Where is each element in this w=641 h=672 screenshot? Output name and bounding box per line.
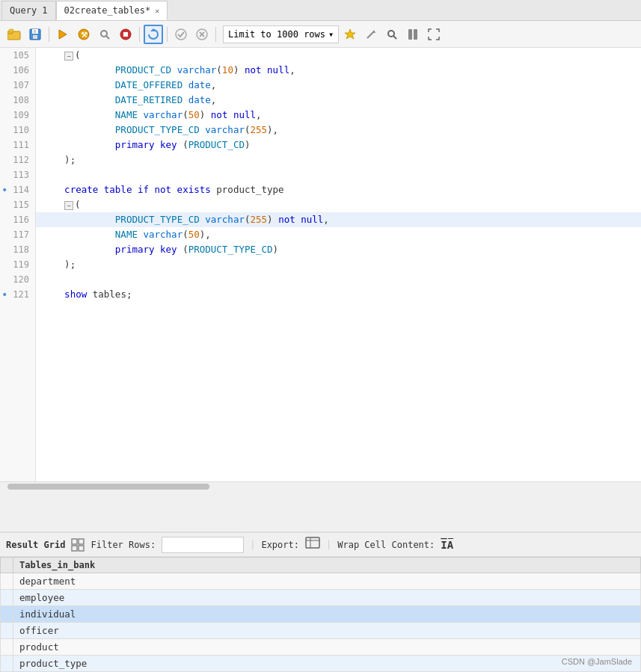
column-header-tables[interactable]: Tables_in_bank xyxy=(13,558,641,573)
wand-btn[interactable] xyxy=(361,25,381,44)
code-line-114: create table if not exists product_type xyxy=(36,182,641,197)
svg-text:⚒: ⚒ xyxy=(81,31,88,39)
code-line-113 xyxy=(36,167,641,182)
result-table: Tables_in_bank department employee indiv… xyxy=(0,557,641,672)
row-indicator-header xyxy=(1,558,13,573)
svg-rect-28 xyxy=(72,546,77,551)
result-grid-tab-label[interactable]: Result Grid xyxy=(6,540,65,550)
toolbar-sep3 xyxy=(167,27,168,42)
table-row[interactable]: product xyxy=(1,639,641,656)
toolbar-sep2 xyxy=(139,27,140,42)
svg-rect-25 xyxy=(414,29,417,40)
code-line-119: ); xyxy=(36,257,641,272)
row-value-department[interactable]: department xyxy=(13,573,641,590)
tab-create-tables[interactable]: 02create_tables* ✕ xyxy=(56,1,168,20)
toolbar-sep4 xyxy=(215,27,216,42)
watermark: CSDN @JamSlade xyxy=(562,657,632,666)
star-btn[interactable] xyxy=(340,25,360,44)
row-value-employee[interactable]: employee xyxy=(13,590,641,606)
cancel-btn[interactable] xyxy=(192,25,212,44)
code-lines: −( PRODUCT_CD varchar(10) not null, DATE… xyxy=(36,48,641,481)
results-area: Result Grid Filter Rows: | Export: | Wra… xyxy=(0,531,641,672)
toolbar-sep1 xyxy=(49,27,49,42)
code-line-105: −( xyxy=(36,48,641,63)
wrap-cell-label: Wrap Cell Content: xyxy=(337,540,435,550)
export-icon[interactable] xyxy=(305,537,320,552)
pipe-sep1: | xyxy=(250,540,255,550)
table-row[interactable]: individual xyxy=(1,606,641,623)
code-line-112: ); xyxy=(36,152,641,167)
explain-btn[interactable]: ⚒ xyxy=(74,25,93,44)
filter-rows-input[interactable] xyxy=(162,537,244,553)
editor-wrapper: 105 106 107 108 109 110 111 112 113 114 … xyxy=(0,48,641,531)
code-line-110: PRODUCT_TYPE_CD varchar(255), xyxy=(36,123,641,138)
tab-bar: Query 1 02create_tables* ✕ xyxy=(0,0,641,21)
table-row[interactable]: product_type xyxy=(1,656,641,672)
svg-rect-26 xyxy=(72,539,77,544)
table-row[interactable]: officer xyxy=(1,623,641,639)
editor-area[interactable]: 105 106 107 108 109 110 111 112 113 114 … xyxy=(0,48,641,481)
tab-close-icon[interactable]: ✕ xyxy=(155,7,159,15)
pipe-sep2: | xyxy=(326,540,331,550)
svg-point-22 xyxy=(388,31,394,37)
row-indicator-cell xyxy=(1,639,13,656)
collapse-115[interactable]: − xyxy=(64,201,73,210)
svg-line-11 xyxy=(106,36,109,39)
results-toolbar: Result Grid Filter Rows: | Export: | Wra… xyxy=(0,533,641,557)
fullscreen-btn[interactable] xyxy=(424,25,444,44)
tab-query1[interactable]: Query 1 xyxy=(1,1,56,20)
filter-rows-label: Filter Rows: xyxy=(91,540,156,550)
code-line-117: NAME varchar(50), xyxy=(36,227,641,242)
collapse-105[interactable]: − xyxy=(64,52,73,61)
code-line-121: show tables; xyxy=(36,287,641,302)
toggle-btn[interactable] xyxy=(403,25,423,44)
svg-rect-30 xyxy=(306,537,319,548)
svg-rect-27 xyxy=(79,539,84,544)
svg-point-15 xyxy=(176,29,186,40)
code-line-106: PRODUCT_CD varchar(10) not null, xyxy=(36,63,641,78)
save-btn[interactable] xyxy=(25,25,45,44)
code-line-108: DATE_RETIRED date, xyxy=(36,93,641,108)
code-line-115: −( xyxy=(36,197,641,212)
svg-rect-2 xyxy=(9,29,13,32)
limit-label: Limit to 1000 rows xyxy=(228,29,325,40)
row-indicator-cell xyxy=(1,606,13,623)
row-indicator-cell xyxy=(1,623,13,639)
inspect-btn[interactable] xyxy=(95,25,114,44)
table-row[interactable]: department xyxy=(1,573,641,590)
row-value-officer[interactable]: officer xyxy=(13,623,641,639)
row-indicator-cell xyxy=(1,656,13,672)
toolbar: ⚒ Limit to 1000 rows ▾ xyxy=(0,21,641,48)
limit-dropdown[interactable]: Limit to 1000 rows ▾ xyxy=(223,25,339,43)
code-line-120 xyxy=(36,272,641,287)
result-grid-icon xyxy=(71,538,85,552)
code-line-116: PRODUCT_TYPE_CD varchar(255) not null, xyxy=(36,212,641,227)
tab-query1-label: Query 1 xyxy=(10,5,48,16)
row-value-individual[interactable]: individual xyxy=(13,606,641,623)
execute-btn[interactable] xyxy=(53,25,73,44)
svg-line-23 xyxy=(393,36,396,39)
limit-chevron-icon: ▾ xyxy=(328,29,334,40)
svg-rect-13 xyxy=(123,32,128,37)
hscroll-bar[interactable] xyxy=(0,481,641,490)
check-btn[interactable] xyxy=(171,25,191,44)
code-line-118: primary key (PRODUCT_TYPE_CD) xyxy=(36,242,641,257)
svg-marker-19 xyxy=(345,29,355,39)
open-folder-btn[interactable] xyxy=(4,25,24,44)
search-btn[interactable] xyxy=(382,25,402,44)
wrap-cell-icon[interactable]: I̅A xyxy=(441,539,453,551)
row-indicator-cell xyxy=(1,573,13,590)
hscroll-thumb[interactable] xyxy=(7,484,209,490)
svg-rect-29 xyxy=(79,546,84,551)
line-numbers: 105 106 107 108 109 110 111 112 113 114 … xyxy=(0,48,36,481)
row-value-product[interactable]: product xyxy=(13,639,641,656)
table-row[interactable]: employee xyxy=(1,590,641,606)
row-value-product-type[interactable]: product_type xyxy=(13,656,641,672)
code-line-107: DATE_OFFERED date, xyxy=(36,78,641,93)
stop-btn[interactable] xyxy=(116,25,135,44)
result-grid: Tables_in_bank department employee indiv… xyxy=(0,557,641,672)
refresh-btn[interactable] xyxy=(144,25,163,44)
row-indicator-cell xyxy=(1,590,13,606)
svg-rect-6 xyxy=(34,30,36,33)
code-line-111: primary key (PRODUCT_CD) xyxy=(36,138,641,152)
